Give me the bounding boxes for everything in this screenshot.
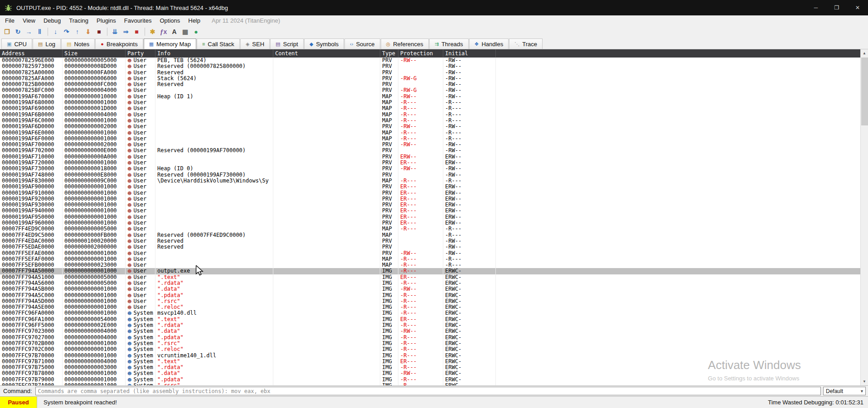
memory-row[interactable]: 00000199AF7000000000000000002000☻UserPRV…	[0, 142, 860, 148]
memory-row[interactable]: 00000199AF6800000000000000001000☻UserMAP…	[0, 100, 860, 106]
memory-row[interactable]: 00007FF5EFB000000000000000023000☻UserMAP…	[0, 262, 860, 268]
column-header-content[interactable]: Content	[273, 49, 380, 58]
memory-row[interactable]: 00007FFC97B7A0000000000000001000☻System"…	[0, 383, 860, 385]
tab-call-stack[interactable]: ≡Call Stack	[197, 38, 240, 49]
command-input[interactable]	[35, 387, 821, 395]
memory-row[interactable]: 0000007825B0000000000000000FC000☻UserRes…	[0, 82, 860, 87]
scroll-up-icon[interactable]: ▲	[861, 49, 868, 57]
memory-row[interactable]: 00007FF794A500000000000000001000☻Userout…	[0, 268, 860, 274]
stop-animation-icon[interactable]: ■	[131, 27, 142, 37]
step-into-icon[interactable]: ↓	[50, 27, 61, 37]
memory-row[interactable]: 000000782596E0000000000000005000☻UserPEB…	[0, 58, 860, 63]
memory-row[interactable]: 00000199AF702000000000000000E000☻UserRes…	[0, 148, 860, 154]
memory-row[interactable]: 00007FFC97B700000000000000001000☻Systemv…	[0, 353, 860, 359]
memory-row[interactable]: 00007FFC97B790000000000000001000☻System"…	[0, 377, 860, 383]
memory-row[interactable]: 00000199AF710000000000000000A000☻UserPRV…	[0, 154, 860, 160]
memory-row[interactable]: 00007FFC97B750000000000000003000☻System"…	[0, 365, 860, 370]
memory-row[interactable]: 0000007825973000000000000008D000☻UserRes…	[0, 63, 860, 69]
tab-references[interactable]: ◎References	[381, 38, 429, 49]
menu-debug[interactable]: Debug	[39, 15, 65, 26]
memory-row[interactable]: 00007FF794A560000000000000005000☻User".r…	[0, 280, 860, 286]
memory-row[interactable]: 00000199AF6C00000000000000001000☻UserMAP…	[0, 118, 860, 124]
menu-help[interactable]: Help	[184, 15, 204, 26]
minimize-button[interactable]: ─	[805, 0, 826, 15]
memory-row[interactable]: 0000007825BFC0000000000000004000☻UserPRV…	[0, 87, 860, 93]
memory-row[interactable]: 00007FFC96FA10000000000000054000☻System"…	[0, 317, 860, 322]
memory-row[interactable]: 00000199AF7300000000000000018000☻UserHea…	[0, 166, 860, 172]
tab-log[interactable]: ▤Log	[33, 38, 61, 49]
menu-plugins[interactable]: Plugins	[92, 15, 120, 26]
memory-row[interactable]: 00007FF794A5E0000000000000001000☻User".r…	[0, 304, 860, 310]
menu-view[interactable]: View	[19, 15, 39, 26]
column-header-info[interactable]: Info	[155, 49, 273, 58]
memory-row[interactable]: 00007FF5EDAE00000000000002000000☻UserRes…	[0, 244, 860, 250]
restart-icon[interactable]: ↻	[13, 27, 23, 37]
maximize-button[interactable]: ❐	[826, 0, 847, 15]
memory-row[interactable]: 00000199AF690000000000000001D000☻UserMAP…	[0, 106, 860, 111]
memory-row[interactable]: 00000199AF6E00000000000000001000☻UserMAP…	[0, 130, 860, 136]
scrollbar-thumb[interactable]	[861, 58, 868, 125]
memory-row[interactable]: 00000199AF9300000000000000001000☻UserPRV…	[0, 202, 860, 208]
tab-seh[interactable]: ◈SEH	[240, 38, 270, 49]
column-header-size[interactable]: Size	[63, 49, 126, 58]
pause-icon[interactable]: ‖	[34, 27, 45, 37]
open-file-icon[interactable]: ❐	[2, 27, 12, 37]
tab-threads[interactable]: ⇉Threads	[429, 38, 469, 49]
memory-row[interactable]: 00000199AF6F00000000000000001000☻UserMAP…	[0, 136, 860, 142]
memory-row[interactable]: 00007FFC97B780000000000000001000☻System"…	[0, 370, 860, 376]
step-over-icon[interactable]: ↷	[61, 27, 72, 37]
memory-row[interactable]: 00000199AF7200000000000000001000☻UserPRV…	[0, 160, 860, 166]
memory-row[interactable]: 0000007825AFA0000000000000006000☻UserSta…	[0, 76, 860, 82]
memory-row[interactable]: 00007FF5EFAF00000000000000001000☻UserMAP…	[0, 256, 860, 262]
tab-source[interactable]: ‹›Source	[344, 38, 380, 49]
memory-row[interactable]: 00000199AF6700000000000000010000☻UserHea…	[0, 94, 860, 100]
tab-breakpoints[interactable]: ●Breakpoints	[95, 38, 143, 49]
preferences-icon[interactable]: ✱	[147, 27, 158, 37]
memory-row[interactable]: 00000199AF6B00000000000000004000☻UserMAP…	[0, 112, 860, 118]
step-out-icon[interactable]: ↑	[72, 27, 82, 37]
memory-row[interactable]: 00007FFC96FF5000000000000002E000☻System"…	[0, 322, 860, 328]
memory-row[interactable]: 00000199AF9500000000000000001000☻UserPRV…	[0, 214, 860, 220]
fx-icon[interactable]: ƒx	[158, 27, 169, 37]
profile-select[interactable]: Default ▾	[823, 387, 866, 395]
memory-row[interactable]: 00007FFC9702C0000000000000001000☻System"…	[0, 346, 860, 352]
scroll-down-icon[interactable]: ▼	[861, 378, 868, 385]
memory-row[interactable]: 00007FFC97B710000000000000004000☻System"…	[0, 359, 860, 365]
memory-row[interactable]: 00007FF4ED9C00000000000000005000☻UserMAP…	[0, 226, 860, 232]
menu-tracing[interactable]: Tracing	[65, 15, 92, 26]
run-to-user-code-icon[interactable]: ⇓	[83, 27, 93, 37]
memory-row[interactable]: 0000007825A0000000000000000FA000☻UserRes…	[0, 70, 860, 76]
menu-file[interactable]: File	[1, 15, 19, 26]
tab-symbols[interactable]: ◆Symbols	[304, 38, 344, 49]
column-header-initial[interactable]: Initial	[443, 49, 496, 58]
column-header-type[interactable]: Type	[380, 49, 398, 58]
memory-row[interactable]: 00007FFC970270000000000000004000☻System"…	[0, 335, 860, 341]
menu-options[interactable]: Options	[155, 15, 184, 26]
column-header-party[interactable]: Party	[126, 49, 155, 58]
assemble-icon[interactable]: A	[169, 27, 179, 37]
memory-row[interactable]: 00007FF794A5D0000000000000001000☻User".r…	[0, 298, 860, 304]
memory-row[interactable]: 00007FF5EFAE00000000000000001000☻UserPRV…	[0, 250, 860, 256]
tab-notes[interactable]: ▤Notes	[61, 38, 95, 49]
tab-trace[interactable]: ⋱Trace	[509, 38, 543, 49]
menu-favourites[interactable]: Favourites	[120, 15, 156, 26]
memory-row[interactable]: 00000199AF9400000000000000001000☻UserPRV…	[0, 208, 860, 214]
memory-row[interactable]: 00007FFC96FA00000000000000001000☻Systemm…	[0, 310, 860, 316]
memory-row[interactable]: 00007FF4EDAC00000000000100020000☻UserRes…	[0, 238, 860, 244]
tab-cpu[interactable]: ▣CPU	[1, 38, 32, 49]
column-header-protection[interactable]: Protection	[398, 49, 443, 58]
memory-row[interactable]: 00000199AF9200000000000000001000☻UserPRV…	[0, 196, 860, 202]
memory-row[interactable]: 00007FF794A5B0000000000000001000☻User".d…	[0, 286, 860, 292]
tab-script[interactable]: ▤Script	[270, 38, 304, 49]
memory-row[interactable]: 00007FFC9702B0000000000000001000☻System"…	[0, 341, 860, 346]
memory-row[interactable]: 00007FF794A510000000000000005000☻User".t…	[0, 274, 860, 280]
memory-row[interactable]: 00007FF4ED9C500000000000000FB000☻UserRes…	[0, 232, 860, 238]
memory-row[interactable]: 00007FF794A5C0000000000000001000☻User".p…	[0, 293, 860, 298]
vertical-scrollbar[interactable]: ▲ ▼	[860, 49, 868, 385]
run-icon[interactable]: →	[24, 27, 34, 37]
memory-row[interactable]: 00000199AF74800000000000000E8000☻UserRes…	[0, 172, 860, 178]
memory-row[interactable]: 00000199AF9100000000000000001000☻UserPRV…	[0, 190, 860, 196]
tab-memory-map[interactable]: ▦Memory Map	[144, 38, 196, 49]
debug-help-icon[interactable]: ●	[191, 27, 201, 37]
close-button[interactable]: ✕	[847, 0, 868, 15]
